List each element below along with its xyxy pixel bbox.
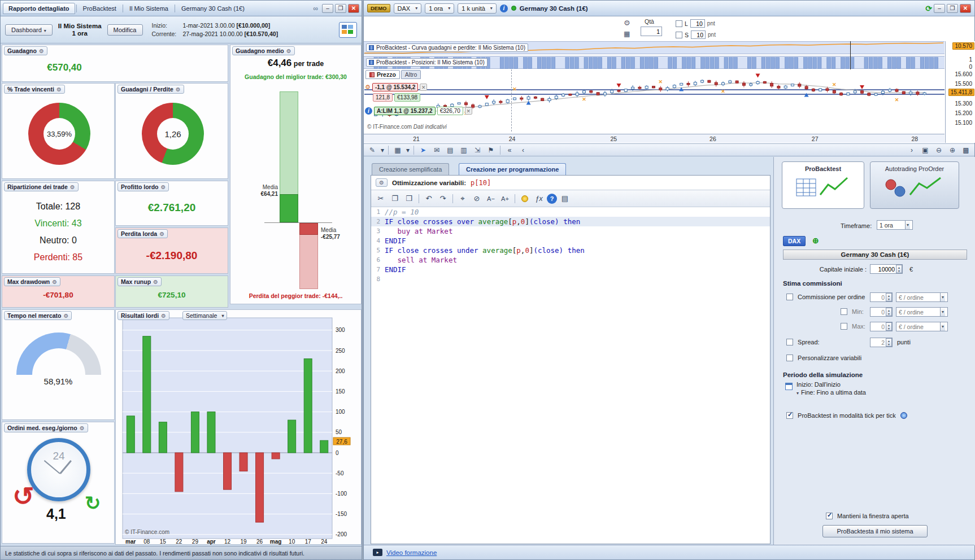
timeframe-dropdown[interactable]: 1 ora▾ xyxy=(425,3,454,14)
code-line[interactable]: 1//p = 10 xyxy=(371,207,770,217)
symbol-dropdown[interactable]: DAX▾ xyxy=(394,3,422,14)
code-line[interactable]: 2IF close crosses over average[p,0](clos… xyxy=(371,217,770,226)
position-tag[interactable]: -1,1 @ 15.534,2 xyxy=(372,83,418,91)
redo-button[interactable]: ↷ xyxy=(437,193,449,205)
zoom-in-button[interactable]: ⊕ xyxy=(946,145,959,155)
min-checkbox[interactable] xyxy=(841,308,847,315)
widget-header-perdita-lorda[interactable]: Perdita lorda⚙ xyxy=(117,229,168,238)
titlebar-tab-sistema[interactable]: Il Mio Sistema xyxy=(124,3,173,14)
draw-tool-caret[interactable]: ▾ xyxy=(380,145,385,155)
zoom-fit-button[interactable]: ▣ xyxy=(919,145,932,155)
fine-row[interactable]: ▾Fine: Fino a ultima data xyxy=(796,389,866,396)
code-line[interactable]: 5IF close crosses under average[p,0](clo… xyxy=(371,246,770,255)
max-unit-select[interactable]: € / ordine▾ xyxy=(896,322,948,331)
personalizzare-checkbox[interactable] xyxy=(786,355,793,361)
widget-header-max-runup[interactable]: Max runup⚙ xyxy=(117,277,162,286)
scroll-right-button[interactable]: › xyxy=(906,145,918,155)
price-band[interactable]: Prezzo Altro ✕✕✕✕✕✕✕ ⚙ -1,1 @ 15.534,2 ✕… xyxy=(364,69,944,132)
max-spinner[interactable]: ▲▼ xyxy=(886,322,892,331)
copy-button[interactable]: ❐ xyxy=(389,193,401,205)
titlebar-tab-instrument[interactable]: Germany 30 Cash (1€) xyxy=(176,3,250,14)
units-dropdown[interactable]: 1 k unità▾ xyxy=(458,3,497,14)
widget-header-profitto-lordo[interactable]: Profitto lordo⚙ xyxy=(117,182,169,191)
equity-curve-band[interactable]: ProBacktest - Curva guadagni e perdite: … xyxy=(364,41,944,54)
print-button[interactable]: ▤ xyxy=(559,193,571,205)
globe-icon[interactable] xyxy=(900,412,907,419)
font-decrease-button[interactable]: A− xyxy=(485,193,497,205)
table-button[interactable]: ▤ xyxy=(444,145,456,155)
stop-checkbox[interactable] xyxy=(676,32,682,38)
columns-button[interactable]: ▥ xyxy=(458,145,470,155)
maximize-button[interactable]: ❐ xyxy=(335,4,346,13)
titlebar-tab-probacktest[interactable]: ProBacktest xyxy=(78,3,121,14)
probacktest-run-button[interactable]: ProBacktesta il mio sistema xyxy=(822,525,928,537)
limit-order-tag[interactable]: A:LIM 1,1 @ 15.237,2 xyxy=(374,107,436,115)
positions-label[interactable]: ProBacktest - Posizioni: Il Mio Sistema … xyxy=(366,58,488,67)
report-window-icon[interactable] xyxy=(339,22,357,38)
minimize-button[interactable]: – xyxy=(934,4,945,13)
code-line[interactable]: 3 buy at Market xyxy=(371,226,770,236)
spread-spinner[interactable]: ▲▼ xyxy=(886,338,892,347)
spread-checkbox[interactable] xyxy=(786,339,793,345)
info-icon[interactable]: i xyxy=(365,107,372,115)
tab-creazione-programmazione[interactable]: Creazione per programmazione xyxy=(459,163,566,175)
help-button[interactable]: ? xyxy=(547,194,557,204)
close-position-icon[interactable]: ✕ xyxy=(420,84,427,91)
widget-header-risultati-lordi[interactable]: Risultati lordi⚙ xyxy=(117,311,169,320)
modifica-button[interactable]: Modifica xyxy=(107,24,143,36)
zoom-out-button[interactable]: ⊖ xyxy=(933,145,945,155)
widget-header-guadagni-perdite[interactable]: Guadagni / Perdite⚙ xyxy=(117,85,184,94)
timeframe-select[interactable]: 1 ora▾ xyxy=(877,220,913,230)
tick-per-tick-checkbox[interactable] xyxy=(786,412,793,419)
minimize-button[interactable]: – xyxy=(322,4,333,13)
draw-tool-button[interactable]: ✎ xyxy=(366,145,378,155)
flag-button[interactable]: ⚑ xyxy=(485,145,497,155)
comment-toggle-button[interactable]: ⊘ xyxy=(471,193,483,205)
min-spinner[interactable]: ▲▼ xyxy=(886,308,892,316)
widget-header-guadagno[interactable]: Guadagno⚙ xyxy=(4,46,47,55)
widget-header-trade-vincenti[interactable]: % Trade vincenti⚙ xyxy=(4,85,65,94)
qty-input[interactable] xyxy=(641,27,662,36)
chart-settings-button[interactable]: ⚙ xyxy=(624,19,630,27)
calculator-icon[interactable]: ▦ xyxy=(624,30,630,38)
close-button[interactable]: ✕ xyxy=(348,4,359,13)
gear-icon[interactable]: ⚙ xyxy=(365,84,371,91)
paste-button[interactable]: ❒ xyxy=(403,193,415,205)
info-icon[interactable]: i xyxy=(500,5,508,12)
add-symbol-button[interactable]: ⊕ xyxy=(812,236,819,245)
widget-header-ripartizione[interactable]: Ripartizione dei trade⚙ xyxy=(4,182,79,191)
functions-button[interactable]: ƒx xyxy=(533,193,545,205)
capitale-spinner[interactable]: ▲▼ xyxy=(896,265,902,273)
link-icon[interactable]: ∞ xyxy=(313,5,318,12)
sync-icon[interactable]: ⟳ xyxy=(925,4,932,13)
titlebar-tab-rapporto-dettagliato[interactable]: Rapporto dettagliato xyxy=(3,3,75,14)
positions-band[interactable]: ProBacktest - Posizioni: Il Mio Sistema … xyxy=(364,56,944,69)
widget-header-tempo-mercato[interactable]: Tempo nel mercato⚙ xyxy=(4,311,72,320)
video-formazione-link[interactable]: Video formazione xyxy=(386,549,437,556)
cut-button[interactable]: ✂ xyxy=(375,193,387,205)
mantieni-checkbox[interactable] xyxy=(826,513,833,519)
min-unit-select[interactable]: € / ordine▾ xyxy=(896,307,948,317)
scroll-left-button[interactable]: ‹ xyxy=(517,145,529,155)
code-line[interactable]: 4ENDIF xyxy=(371,236,770,246)
tab-creazione-semplificata[interactable]: Creazione semplificata xyxy=(372,163,449,175)
export-button[interactable]: ⇲ xyxy=(471,145,484,155)
font-increase-button[interactable]: A+ xyxy=(499,193,511,205)
code-line[interactable]: 6 sell at Market xyxy=(371,255,770,265)
tab-altro[interactable]: Altro xyxy=(401,70,421,79)
widget-header-ordini-giorno[interactable]: Ordini med. eseg./giorno⚙ xyxy=(4,423,88,432)
calendar-icon[interactable] xyxy=(785,383,793,390)
tab-autotrading-proorder[interactable]: Autotrading ProOrder xyxy=(870,161,959,209)
symbol-chip[interactable]: DAX xyxy=(783,236,806,246)
commissione-spinner[interactable]: ▲▼ xyxy=(886,293,892,301)
code-area[interactable]: 1//p = 102IF close crosses over average[… xyxy=(371,207,770,544)
code-line[interactable]: 8 xyxy=(371,274,770,284)
code-line[interactable]: 7ENDIF xyxy=(371,265,770,274)
commissione-unit-select[interactable]: € / ordine▾ xyxy=(896,292,948,302)
dashboard-dropdown[interactable]: Dashboard▾ xyxy=(5,24,53,36)
close-button[interactable]: ✕ xyxy=(960,4,971,13)
period-dropdown[interactable]: Settimanale▾ xyxy=(182,311,227,320)
max-checkbox[interactable] xyxy=(841,323,847,330)
grid-button[interactable]: ▩ xyxy=(960,145,972,155)
limit-points-input[interactable] xyxy=(690,19,705,28)
